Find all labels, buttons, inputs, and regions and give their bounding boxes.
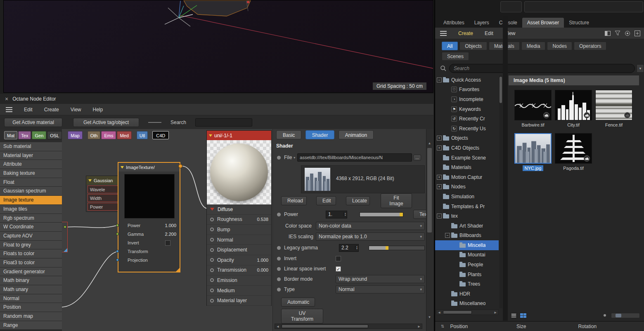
layout-icon[interactable] [604, 30, 611, 37]
ies-scaling-dropdown[interactable]: Normalize peak to 1.0▾ [316, 232, 425, 241]
filter-all[interactable]: All [442, 42, 458, 50]
port-ring-icon[interactable] [210, 218, 214, 221]
asset-thumbnail[interactable] [514, 133, 552, 164]
collapse-box-icon[interactable]: − [437, 77, 442, 82]
expand-box-icon[interactable]: + [437, 175, 442, 180]
tree-item-billboards[interactable]: − Billboards [435, 231, 499, 241]
list-item[interactable]: Random map [0, 312, 62, 321]
channel-transmission[interactable]: Transmission 0.000 [207, 265, 271, 276]
scrollbar-thumb[interactable] [443, 310, 472, 314]
asset-thumbnail[interactable] [595, 90, 632, 120]
node-input-port[interactable] [116, 224, 119, 227]
hamburger-menu-icon[interactable] [440, 31, 447, 36]
port-ring-icon[interactable] [210, 299, 214, 303]
node-row-invert[interactable]: Invert [119, 239, 180, 247]
node-input-port[interactable] [116, 258, 119, 261]
color-space-dropdown[interactable]: Non-color data▾ [316, 222, 425, 230]
list-item[interactable]: Math unary [0, 285, 62, 294]
spinner-arrows-icon[interactable]: ▴▾ [355, 246, 358, 250]
filter-objects[interactable]: Objects [459, 42, 487, 50]
list-item[interactable]: Sub material [0, 142, 62, 151]
node-resize-handle[interactable] [64, 248, 67, 252]
scrollbar-thumb[interactable] [427, 148, 432, 232]
collapse-arrow-icon[interactable] [88, 179, 92, 182]
channel-medium[interactable]: Medium [207, 286, 271, 296]
node-graph-canvas[interactable]: Gaussian Wavele Width Power ImageTexture… [62, 129, 272, 331]
close-icon[interactable]: × [5, 96, 8, 102]
power-slider[interactable] [360, 212, 403, 217]
invert-checkbox[interactable] [336, 256, 341, 261]
filter-scenes[interactable]: Scenes [442, 52, 469, 61]
port-connector-icon[interactable] [277, 213, 281, 216]
channel-opacity[interactable]: Opacity 1.000 [207, 255, 271, 265]
material-node-header[interactable]: uni/-1/-1 [207, 131, 271, 140]
port-connector-icon[interactable] [277, 246, 281, 250]
gamma-slider[interactable] [369, 246, 425, 250]
material-node[interactable]: uni/-1/-1 Diffuse Roughness 0.538 Bump [206, 130, 272, 306]
expand-box-icon[interactable]: + [437, 184, 442, 189]
splitter-handle[interactable] [148, 122, 161, 123]
port-connector-icon[interactable] [277, 267, 281, 271]
list-item[interactable]: Float3 to color [0, 258, 62, 267]
list-item-selected[interactable]: Image texture [0, 196, 62, 204]
tab-oth[interactable]: Oth [88, 131, 101, 139]
chevron-down-icon[interactable]: ▾ [294, 156, 295, 160]
scroll-right-icon[interactable]: ▸ [492, 310, 498, 315]
tree-item-incomplete[interactable]: ◔ Incomplete [435, 94, 499, 104]
tree-item-miscellaneous-selected[interactable]: Miscella [435, 240, 499, 250]
port-connector-icon[interactable] [277, 277, 281, 281]
menu-view[interactable]: View [65, 107, 87, 113]
menu-create[interactable]: Create [452, 31, 479, 36]
menu-edit[interactable]: Edit [18, 107, 38, 113]
scroll-right-icon[interactable]: ▸ [416, 324, 422, 329]
node-row-power[interactable]: Power 1.000 [119, 221, 180, 230]
tree-item-plants[interactable]: Plants [435, 270, 499, 279]
toolbar-button-group[interactable] [524, 1, 643, 12]
search-options-dropdown[interactable]: ▾ [637, 64, 644, 73]
node-search-input[interactable] [195, 118, 252, 127]
asset-item-nyc-selected[interactable]: NYC.jpg [514, 133, 552, 171]
tree-item-objects[interactable]: + Objects [435, 134, 499, 143]
asset-thumbnail[interactable] [514, 90, 552, 120]
horizontal-scrollbar[interactable]: ◂ ▸ [275, 324, 422, 329]
filter-operators[interactable]: Operators [574, 42, 606, 50]
tree-vertical-scrollbar[interactable] [499, 75, 502, 308]
fit-image-button[interactable]: Fit Image [381, 193, 412, 208]
scroll-up-icon[interactable]: ▲ [426, 141, 433, 145]
node-resize-handle[interactable] [176, 268, 180, 272]
asset-item-barbwire[interactable]: Barbwire.tif [514, 90, 552, 128]
menu-edit[interactable]: Edit [479, 31, 499, 36]
tree-item-tex[interactable]: − tex [435, 211, 499, 221]
node-row-gamma[interactable]: Gamma 2.200 [119, 230, 180, 239]
list-item[interactable]: Normal [0, 294, 62, 303]
tab-console[interactable]: Console [494, 18, 522, 28]
locate-button[interactable]: Locate [346, 196, 370, 205]
menu-view[interactable]: View [499, 31, 521, 36]
tab-map[interactable]: Map [68, 131, 82, 139]
file-path-field[interactable]: assetdb:///tex/Billboards/Miscellaneous/… [297, 153, 412, 162]
scroll-left-icon[interactable]: ◂ [275, 324, 281, 329]
channel-material-layer[interactable]: Material layer [207, 296, 271, 306]
channel-bump[interactable]: Bump [207, 225, 271, 235]
tab-shader[interactable]: Shader [305, 130, 335, 139]
asset-thumbnail[interactable] [555, 133, 592, 164]
port-ring-icon[interactable] [210, 278, 214, 282]
expand-box-icon[interactable]: + [437, 146, 442, 150]
channel-emission[interactable]: Emission [207, 275, 271, 286]
gamma-value-field[interactable]: 2.2 ▴▾ [339, 244, 359, 252]
list-item[interactable]: Float to grey [0, 241, 62, 249]
tab-ems[interactable]: Ems [101, 131, 116, 139]
asset-thumbnail[interactable] [555, 90, 592, 120]
tree-item-example-scene[interactable]: Example Scene [435, 153, 499, 163]
tab-animation[interactable]: Animation [339, 130, 374, 139]
list-item[interactable]: Math binary [0, 276, 62, 285]
filter-media[interactable]: Media [521, 42, 546, 50]
vertical-scrollbar[interactable]: ▲ ▼ [426, 129, 433, 331]
viewport-3d[interactable]: Grid Spacing : 50 cm [3, 0, 433, 93]
list-item[interactable]: Float [0, 178, 62, 187]
tree-item-simulation[interactable]: Simulation [435, 192, 499, 202]
tree-item-favorites[interactable]: ♡ Favorites [435, 85, 499, 95]
tree-item-mountains[interactable]: Mountai [435, 250, 499, 260]
tree-item-c4d-objects[interactable]: + C4D Objects [435, 143, 499, 153]
type-dropdown[interactable]: Normal▾ [336, 285, 425, 293]
